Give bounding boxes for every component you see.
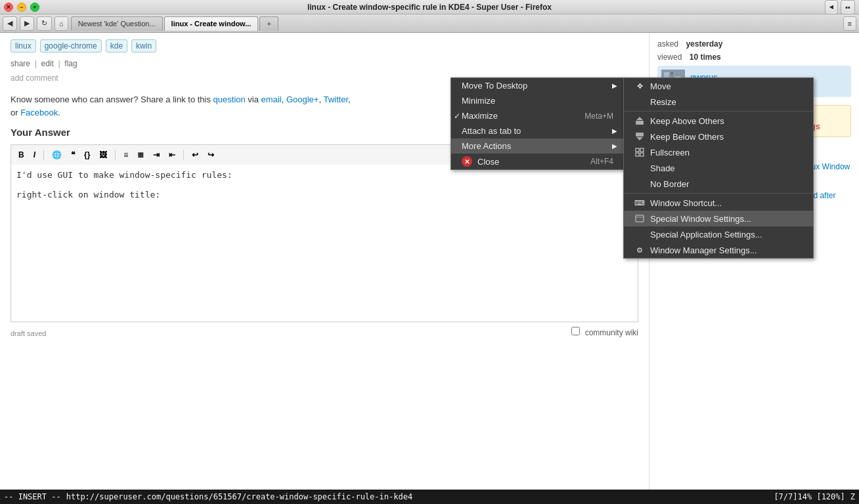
keep-above-icon xyxy=(634,116,645,126)
question-link[interactable]: question xyxy=(213,94,246,104)
shortcut-icon: ⌨ xyxy=(634,198,645,208)
image-button[interactable]: 🖼 xyxy=(96,148,110,161)
cm-shortcut-maximize: Meta+M xyxy=(584,112,613,121)
cm-item-window-manager[interactable]: ⚙ Window Manager Settings... xyxy=(624,242,813,258)
cm-label-no-border: No Border xyxy=(650,179,689,189)
code-button[interactable]: {} xyxy=(81,148,93,161)
resize-icon xyxy=(634,96,645,107)
asked-line: asked yesterday xyxy=(657,39,851,49)
community-wiki-checkbox[interactable]: community wiki xyxy=(571,327,638,337)
share-link[interactable]: share xyxy=(11,59,30,68)
svg-rect-6 xyxy=(636,121,644,125)
edit-link[interactable]: edit xyxy=(41,59,53,68)
window-manager-icon: ⚙ xyxy=(634,245,645,255)
tag-linux[interactable]: linux xyxy=(11,39,36,52)
toolbar-sep-1 xyxy=(43,150,44,160)
svg-rect-14 xyxy=(636,215,644,222)
svg-marker-7 xyxy=(636,117,643,120)
cm-item-minimize[interactable]: Minimize xyxy=(451,93,624,108)
cm-label-minimize: Minimize xyxy=(462,96,495,106)
browser-menu-button[interactable]: ≡ xyxy=(843,16,856,31)
toolbar-sep-2 xyxy=(115,150,116,160)
svg-rect-11 xyxy=(640,148,644,152)
cm-label-shade: Shade xyxy=(650,163,675,173)
cm-item-resize[interactable]: Resize xyxy=(624,94,813,110)
answer-textarea[interactable]: I'd use GUI to make window-specific rule… xyxy=(11,165,638,322)
cm-label-attach-as-tab: Attach as tab to xyxy=(462,126,521,136)
window-resize-icon[interactable]: ▪▪ xyxy=(841,0,855,14)
cm-item-fullscreen[interactable]: Fullscreen xyxy=(624,144,813,160)
cm-label-fullscreen: Fullscreen xyxy=(650,148,690,158)
blockquote-button[interactable]: ❝ xyxy=(68,148,78,161)
titlebar: ✕ − + linux - Create window-specific rul… xyxy=(0,0,859,14)
italic-button[interactable]: I xyxy=(30,148,39,161)
cm-label-special-app: Special Application Settings... xyxy=(650,230,762,240)
move-icon: ✥ xyxy=(634,81,645,91)
cm-item-close[interactable]: ✕ Close Alt+F4 xyxy=(451,154,624,169)
window-close-button[interactable]: ✕ xyxy=(4,3,13,12)
cm-item-more-actions[interactable]: More Actions xyxy=(451,138,624,154)
undo-button[interactable]: ↩ xyxy=(188,148,202,161)
svg-rect-2 xyxy=(671,72,673,75)
window-maximize-button[interactable]: + xyxy=(30,3,39,12)
cm-item-attach-as-tab[interactable]: Attach as tab to xyxy=(451,123,624,138)
ul-button[interactable]: ≣ xyxy=(134,148,147,161)
tab-linux-create[interactable]: linux - Create window... xyxy=(164,16,259,31)
svg-rect-8 xyxy=(636,133,644,136)
shade-icon xyxy=(634,163,645,173)
no-border-icon xyxy=(634,178,645,189)
link-button[interactable]: 🌐 xyxy=(49,148,65,161)
email-share-link[interactable]: email xyxy=(261,94,282,104)
draft-saved-label: draft saved xyxy=(11,329,46,337)
viewed-line: viewed 10 times xyxy=(657,52,851,62)
tag-kde[interactable]: kde xyxy=(106,39,127,52)
tab-kde[interactable]: Newest 'kde' Question... xyxy=(71,16,163,31)
window-minimize-button[interactable]: − xyxy=(17,3,26,12)
svg-rect-13 xyxy=(640,153,644,156)
cm-label-window-shortcut: Window Shortcut... xyxy=(650,198,722,208)
tag-kwin[interactable]: kwin xyxy=(131,39,156,52)
tag-list: linux google-chrome kde kwin xyxy=(11,39,638,52)
close-icon: ✕ xyxy=(462,156,472,167)
svg-rect-12 xyxy=(636,153,639,156)
cm-sep-1 xyxy=(624,111,813,112)
cm-label-resize: Resize xyxy=(650,97,676,107)
twitter-share-link[interactable]: Twitter xyxy=(323,94,348,104)
status-position: [7/7]14% [120%] xyxy=(774,492,845,501)
svg-marker-9 xyxy=(636,137,643,140)
special-window-icon xyxy=(634,213,645,224)
new-tab-button[interactable]: + xyxy=(259,16,278,31)
googleplus-share-link[interactable]: Google+ xyxy=(286,94,319,104)
ol-button[interactable]: ≡ xyxy=(120,148,131,161)
cm-item-window-shortcut[interactable]: ⌨ Window Shortcut... xyxy=(624,195,813,211)
facebook-share-link[interactable]: Facebook xyxy=(20,108,58,117)
special-app-icon xyxy=(634,229,645,240)
window-menu-icon[interactable]: ◂ xyxy=(825,0,838,14)
cm-label-window-manager: Window Manager Settings... xyxy=(650,245,757,255)
cm-item-no-border[interactable]: No Border xyxy=(624,176,813,192)
cm-label-more-actions: More Actions xyxy=(462,141,511,151)
cm-item-special-app[interactable]: Special Application Settings... xyxy=(624,226,813,242)
dedent-button[interactable]: ⇤ xyxy=(165,148,179,161)
indent-button[interactable]: ⇥ xyxy=(150,148,163,161)
nav-home-button[interactable]: ⌂ xyxy=(55,16,68,31)
toolbar-sep-3 xyxy=(183,150,184,160)
cm-label-close: Close xyxy=(477,157,499,167)
cm-item-keep-below[interactable]: Keep Below Others xyxy=(624,129,813,144)
fullscreen-icon xyxy=(634,147,645,158)
z-icon: Z xyxy=(850,492,855,501)
nav-back-button[interactable]: ◀ xyxy=(3,16,17,31)
cm-item-shade[interactable]: Shade xyxy=(624,160,813,176)
keep-below-icon xyxy=(634,131,645,142)
nav-refresh-button[interactable]: ↻ xyxy=(37,16,52,31)
cm-item-maximize[interactable]: Maximize Meta+M xyxy=(451,108,624,123)
cm-item-move[interactable]: ✥ Move xyxy=(624,78,813,94)
flag-link[interactable]: flag xyxy=(64,59,77,68)
redo-button[interactable]: ↪ xyxy=(204,148,217,161)
cm-item-special-window[interactable]: Special Window Settings... xyxy=(624,211,813,226)
tag-google-chrome[interactable]: google-chrome xyxy=(40,39,102,52)
nav-forward-button[interactable]: ▶ xyxy=(20,16,34,31)
bold-button[interactable]: B xyxy=(15,148,28,161)
cm-item-keep-above[interactable]: Keep Above Others xyxy=(624,113,813,129)
cm-item-move-to-desktop[interactable]: Move To Desktop xyxy=(451,78,624,93)
